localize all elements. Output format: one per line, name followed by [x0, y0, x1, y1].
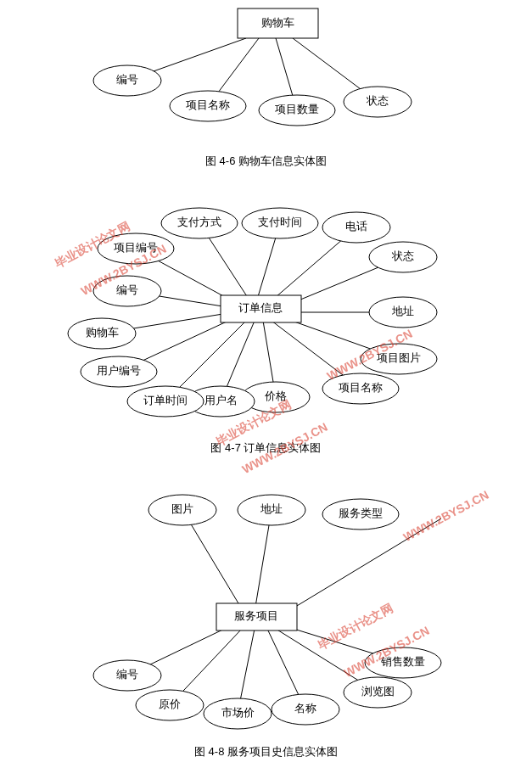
svg-line-38: [182, 510, 246, 616]
attr-order-paytime: 支付时间: [258, 216, 302, 228]
attr-service-address: 地址: [260, 502, 283, 515]
attr-cart-id: 编号: [116, 73, 138, 86]
attr-service-name: 名称: [294, 702, 316, 715]
attr-order-itemimg: 项目图片: [377, 351, 421, 364]
attr-order-phone: 电话: [345, 220, 367, 233]
er-diagram-order: 支付方式 支付时间 电话 状态 地址 项目图片 项目名称 价格 用户名 订单时间…: [0, 181, 532, 435]
caption-cart: 图 4-6 购物车信息实体图: [0, 154, 532, 169]
attr-order-address: 地址: [391, 305, 414, 317]
er-diagram-service: 图片 地址 服务类型 销售数量 浏览图 名称 市场价 原价 编号 服务项目: [0, 468, 532, 739]
attr-service-origprice: 原价: [159, 698, 181, 710]
attr-service-browse: 浏览图: [361, 685, 395, 698]
attr-service-marketprice: 市场价: [221, 706, 255, 719]
entity-service: 服务项目: [234, 609, 278, 622]
attr-order-itemid: 项目编号: [114, 241, 158, 254]
caption-order: 图 4-7 订单信息实体图: [0, 440, 532, 456]
attr-service-id: 编号: [116, 668, 138, 681]
entity-cart: 购物车: [261, 16, 294, 29]
entity-order: 订单信息: [238, 301, 283, 314]
attr-service-image: 图片: [171, 502, 193, 515]
attr-order-userid: 用户编号: [97, 364, 141, 377]
er-diagram-cart: 购物车 编号 项目名称 项目数量 状态: [0, 0, 532, 149]
attr-order-paymethod: 支付方式: [177, 216, 221, 228]
attr-order-id: 编号: [116, 283, 138, 296]
attr-cart-itemname: 项目名称: [186, 98, 230, 111]
attr-order-username: 用户名: [204, 394, 238, 406]
attr-cart-qty: 项目数量: [275, 103, 319, 115]
attr-service-type: 服务类型: [339, 507, 383, 519]
caption-service: 图 4-8 服务项目史信息实体图: [0, 744, 532, 759]
attr-order-cart: 购物车: [86, 326, 119, 339]
svg-line-40: [280, 518, 441, 616]
attr-order-itemname: 项目名称: [339, 381, 383, 394]
attr-order-ordertime: 订单时间: [143, 394, 188, 406]
attr-cart-status: 状态: [366, 94, 389, 107]
attr-order-status: 状态: [391, 249, 414, 262]
attr-order-price: 价格: [264, 390, 287, 402]
attr-service-sales: 销售数量: [380, 655, 425, 668]
